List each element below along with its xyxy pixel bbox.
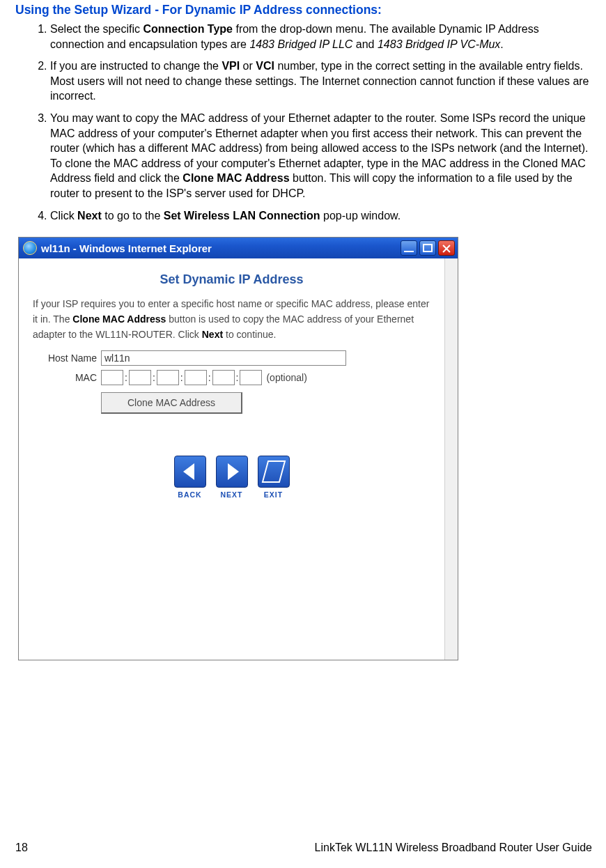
italic: 1483 Bridged IP LLC (249, 38, 352, 50)
ie-icon (23, 241, 37, 255)
text: If you are instructed to change the (50, 60, 222, 72)
wizard-window: wl11n - Windows Internet Explorer Set Dy… (18, 237, 458, 660)
window-titlebar[interactable]: wl11n - Windows Internet Explorer (19, 238, 458, 258)
text: Click (50, 210, 77, 222)
mac-field-1[interactable] (101, 370, 123, 385)
mac-separator: : (179, 372, 185, 383)
page-number: 18 (15, 842, 28, 854)
section-heading: Using the Setup Wizard - For Dynamic IP … (15, 3, 592, 17)
exit-door-icon (258, 456, 290, 488)
bold: Connection Type (143, 23, 233, 35)
italic: 1483 Bridged IP VC-Mux (378, 38, 500, 50)
step-2: If you are instructed to change the VPI … (50, 59, 592, 104)
step-1: Select the specific Connection Type from… (50, 22, 592, 52)
text: Select the specific (50, 23, 143, 35)
mac-separator: : (151, 372, 157, 383)
bold: Next (77, 210, 102, 222)
mac-field-4[interactable] (185, 370, 207, 385)
page-footer: 18 LinkTek WL11N Wireless Broadband Rout… (15, 842, 592, 854)
close-button[interactable] (438, 240, 455, 256)
mac-field-2[interactable] (129, 370, 151, 385)
text: and (352, 38, 378, 50)
nav-label: EXIT (264, 490, 283, 499)
window-controls (401, 240, 455, 256)
back-button[interactable]: BACK (174, 456, 206, 499)
mac-label: MAC (33, 372, 101, 383)
text: . (500, 38, 503, 50)
mac-optional-label: (optional) (266, 372, 306, 383)
mac-field-6[interactable] (240, 370, 262, 385)
mac-field-3[interactable] (157, 370, 179, 385)
clone-mac-address-button[interactable]: Clone MAC Address (101, 392, 242, 414)
step-4: Click Next to go to the Set Wireless LAN… (50, 208, 592, 224)
next-button[interactable]: NEXT (216, 456, 248, 499)
host-name-input[interactable] (101, 350, 346, 366)
wizard-description: If your ISP requires you to enter a spec… (33, 297, 430, 342)
maximize-button[interactable] (419, 240, 436, 256)
text: to go to the (102, 210, 164, 222)
wizard-title: Set Dynamic IP Address (33, 272, 430, 287)
text: pop-up window. (320, 210, 401, 222)
step-3: You may want to copy the MAC address of … (50, 111, 592, 201)
nav-label: NEXT (220, 490, 242, 499)
mac-separator: : (123, 372, 129, 383)
setup-steps: Select the specific Connection Type from… (35, 22, 592, 223)
scrollbar[interactable] (444, 258, 458, 660)
mac-separator: : (235, 372, 240, 383)
mac-separator: : (207, 372, 212, 383)
host-name-row: Host Name (33, 350, 430, 366)
document-title: LinkTek WL11N Wireless Broadband Router … (315, 842, 592, 854)
text: to continue. (223, 329, 276, 340)
exit-button[interactable]: EXIT (258, 456, 290, 499)
host-name-label: Host Name (33, 352, 101, 364)
window-title: wl11n - Windows Internet Explorer (41, 242, 212, 254)
back-arrow-icon (174, 456, 206, 488)
bold: Next (202, 329, 223, 340)
next-arrow-icon (216, 456, 248, 488)
bold: Clone MAC Address (72, 313, 166, 325)
nav-label: BACK (178, 490, 201, 499)
bold: Clone MAC Address (182, 172, 289, 184)
bold: Set Wireless LAN Connection (164, 210, 320, 222)
mac-row: MAC : : : : : (optional) (33, 370, 430, 385)
bold: VCI (256, 60, 274, 72)
minimize-button[interactable] (401, 240, 417, 256)
mac-field-5[interactable] (212, 370, 235, 385)
wizard-nav: BACK NEXT EXIT (33, 414, 430, 509)
text: or (240, 60, 256, 72)
bold: VPI (222, 60, 240, 72)
